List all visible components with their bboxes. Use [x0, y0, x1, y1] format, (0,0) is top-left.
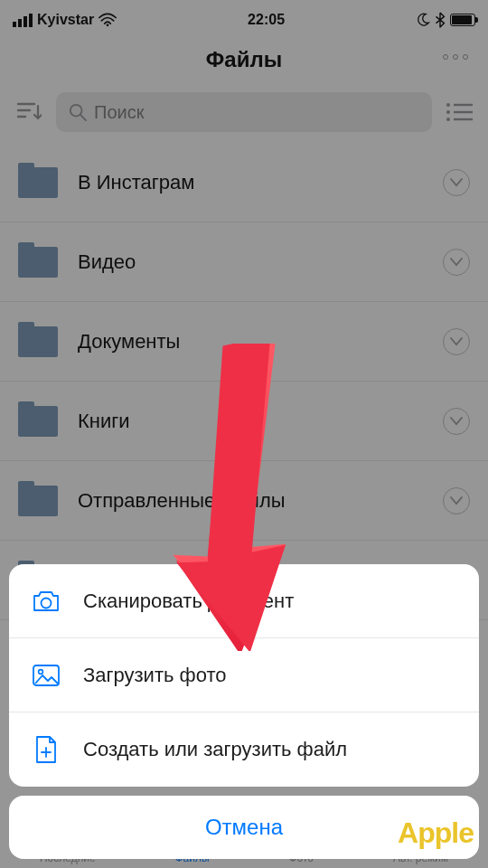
svg-point-11	[39, 669, 43, 674]
sheet-create-upload-file[interactable]: Создать или загрузить файл	[9, 712, 479, 787]
sheet-item-label: Создать или загрузить файл	[83, 738, 347, 761]
cancel-label: Отмена	[205, 815, 283, 840]
svg-point-9	[42, 598, 52, 608]
sheet-item-label: Сканировать документ	[83, 590, 294, 613]
cancel-button[interactable]: Отмена	[9, 796, 479, 859]
sheet-item-label: Загрузить фото	[83, 664, 226, 687]
action-sheet: Сканировать документ Загрузить фото Созд…	[9, 564, 479, 859]
sheet-upload-photo[interactable]: Загрузить фото	[9, 638, 479, 712]
camera-icon	[31, 590, 61, 613]
file-add-icon	[31, 735, 61, 764]
photo-icon	[31, 664, 61, 687]
sheet-scan-document[interactable]: Сканировать документ	[9, 564, 479, 638]
